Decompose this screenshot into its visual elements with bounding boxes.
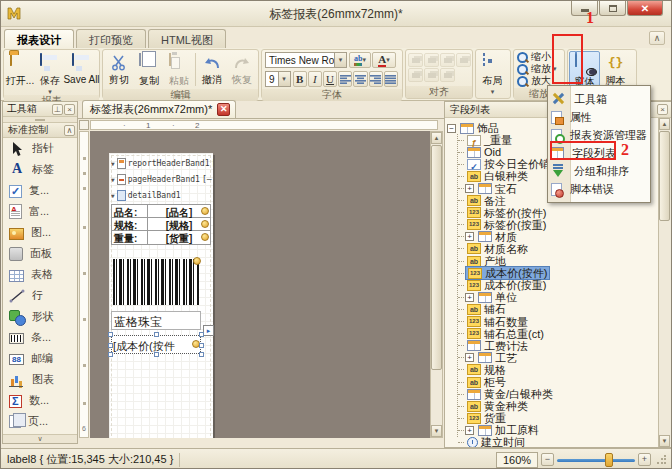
scroll-down-icon[interactable]: ▼ [431, 425, 442, 437]
field-item-21[interactable]: 柜号 [447, 376, 657, 388]
resize-handle[interactable] [199, 343, 204, 348]
align-left-button[interactable] [338, 71, 352, 87]
field-item-9[interactable]: +材质 [447, 231, 657, 243]
field-item-13[interactable]: 成本价(按重) [447, 279, 657, 291]
field-item-26[interactable]: 建立时间 [447, 436, 657, 447]
expand-icon[interactable]: + [465, 184, 474, 193]
layout-button[interactable]: 布局 ▾ [477, 51, 508, 97]
tab-html-view[interactable]: HTML视图 [148, 29, 226, 48]
copy-button[interactable]: 复制 [134, 51, 164, 88]
smart-tag-button[interactable]: ▸ [203, 325, 214, 336]
underline-button[interactable]: U [323, 71, 337, 87]
resize-handle[interactable] [108, 352, 113, 357]
band-report-header[interactable]: ▼ reportHeaderBand1 [ [111, 156, 213, 170]
table-row[interactable]: 规格: [规格] [112, 218, 210, 231]
italic-button[interactable]: I [308, 71, 322, 87]
highlight-color-button[interactable]: ab▾ [349, 52, 371, 68]
toolbox-item-pages[interactable]: 页... [3, 411, 77, 432]
document-tab[interactable]: 标签报表(26mmx72mm)* ✕ [82, 100, 236, 118]
field-item-20[interactable]: 规格 [447, 364, 657, 376]
scrollbar-thumb[interactable] [431, 145, 442, 370]
toolbox-item-sigma[interactable]: 数... [3, 390, 77, 411]
canvas-vertical-scrollbar[interactable]: ▲ ▼ [430, 131, 443, 438]
label-table[interactable]: 品名: [品名] 规格: [规格] 重量: [货重] [111, 204, 211, 245]
close-field-list-icon[interactable]: × [657, 104, 668, 115]
resize-handle[interactable] [108, 332, 113, 337]
toolbox-item-rich[interactable]: 富... [3, 201, 77, 222]
align-tool-button[interactable] [440, 53, 455, 67]
collapse-ribbon-button[interactable]: ∧ [649, 31, 665, 45]
field-item-12[interactable]: 成本价(按件) [447, 267, 657, 279]
maximize-button[interactable] [599, 1, 626, 16]
toolbox-item-panel[interactable]: 面板 [3, 243, 77, 264]
field-item-14[interactable]: +单位 [447, 291, 657, 303]
pin-icon[interactable]: ⊥ [52, 104, 63, 115]
toolbox-item-table[interactable]: 表格 [3, 264, 77, 285]
menu-item-toolbox[interactable]: 工具箱 [548, 90, 650, 108]
design-canvas[interactable]: ▼ reportHeaderBand1 [ ▼ pageHeaderBand1 … [90, 131, 430, 438]
save-all-button[interactable]: Save All [65, 51, 98, 94]
align-tool-button[interactable] [424, 53, 439, 67]
close-toolbox-icon[interactable]: × [64, 104, 75, 115]
toolbox-item-pointer[interactable]: 指针 [3, 138, 77, 159]
font-color-button[interactable]: A▾ [372, 52, 396, 68]
report-page[interactable]: ▼ reportHeaderBand1 [ ▼ pageHeaderBand1 … [109, 153, 213, 438]
resize-grip[interactable] [656, 454, 667, 465]
resize-handle[interactable] [199, 332, 204, 337]
toolbox-item-line[interactable]: 行 [3, 285, 77, 306]
field-item-17[interactable]: 辅石总重(ct) [447, 328, 657, 340]
resize-handle[interactable] [199, 352, 204, 357]
toolbox-item-label[interactable]: 标签 [3, 159, 77, 180]
align-justify-button[interactable] [384, 71, 398, 87]
scroll-up-icon[interactable]: ▲ [659, 118, 670, 130]
undo-button[interactable]: 撤消 [197, 51, 227, 88]
field-item-19[interactable]: +工艺 [447, 352, 657, 364]
expand-icon[interactable]: + [465, 293, 474, 302]
toolbox-item-chart[interactable]: 图表 [3, 369, 77, 390]
barcode-element[interactable] [113, 259, 199, 305]
field-item-23[interactable]: 黄金种类 [447, 400, 657, 412]
save-button[interactable]: 保存 ▾ [35, 51, 65, 94]
zoom-minus-button[interactable]: − [541, 453, 554, 466]
expand-icon[interactable]: + [465, 353, 474, 362]
align-right-button[interactable] [369, 71, 383, 87]
align-tool-button[interactable] [440, 68, 455, 82]
toolbox-splitter[interactable] [3, 117, 77, 123]
align-tool-button[interactable] [424, 68, 439, 82]
toolbox-item-pic[interactable]: 图... [3, 222, 77, 243]
collapse-band-icon[interactable]: ▼ [111, 160, 115, 167]
cut-button[interactable]: 剪切 [104, 51, 134, 88]
zoom-plus-button[interactable]: + [638, 453, 651, 466]
scrollbar-thumb[interactable] [659, 131, 670, 221]
table-cell-value[interactable]: [品名] [148, 205, 210, 217]
resize-handle[interactable] [154, 332, 159, 337]
resize-handle[interactable] [154, 352, 159, 357]
field-item-10[interactable]: 材质名称 [447, 243, 657, 255]
expand-icon[interactable]: + [465, 232, 474, 241]
table-cell-value[interactable]: [货重] [148, 231, 210, 244]
close-document-icon[interactable]: ✕ [217, 103, 230, 116]
paste-button[interactable]: 粘贴 [164, 51, 194, 88]
company-label-element[interactable]: 蓝格珠宝 [111, 311, 201, 330]
toolbox-item-shape[interactable]: 形状 [3, 306, 77, 327]
open-button[interactable]: 打开... [5, 51, 35, 94]
zoom-slider-thumb[interactable] [605, 453, 613, 467]
bold-button[interactable]: B [293, 71, 307, 87]
font-size-select[interactable]: 9 ▾ [265, 71, 291, 87]
field-item-16[interactable]: 辅石数量 [447, 316, 657, 328]
tab-report-design[interactable]: 报表设计 [4, 29, 74, 48]
menu-item-scripterror[interactable]: 脚本错误 [548, 180, 650, 198]
font-family-select[interactable]: Times New Roman ▾ [265, 52, 347, 68]
table-row[interactable]: 品名: [品名] [112, 205, 210, 218]
align-center-button[interactable] [353, 71, 367, 87]
scroll-down-icon[interactable]: ▼ [659, 435, 670, 447]
field-item-25[interactable]: +加工原料 [447, 424, 657, 436]
field-item-8[interactable]: 标签价(按重) [447, 219, 657, 231]
collapse-section-icon[interactable]: ∧ [64, 125, 75, 136]
collapse-icon[interactable]: − [447, 124, 456, 133]
collapse-band-icon[interactable]: ▼ [111, 192, 115, 199]
align-tool-button[interactable] [456, 53, 471, 67]
scroll-up-icon[interactable]: ▲ [431, 132, 442, 144]
expand-icon[interactable]: + [465, 426, 474, 435]
table-row[interactable]: 重量: [货重] [112, 231, 210, 244]
